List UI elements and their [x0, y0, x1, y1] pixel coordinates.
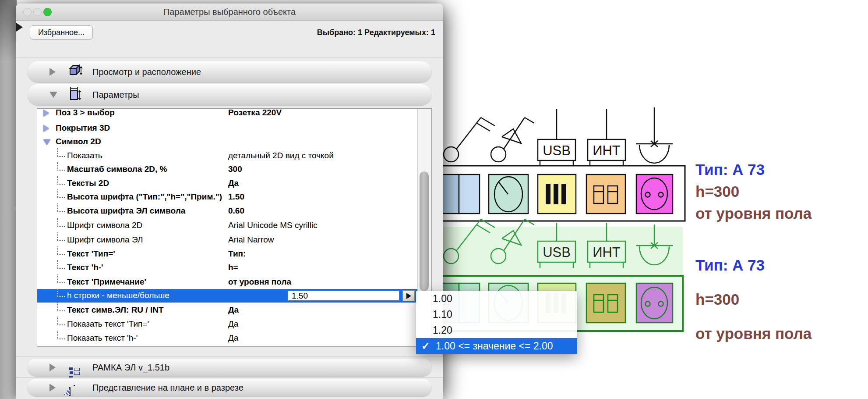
value-input[interactable] [287, 290, 400, 301]
param-value: детальный 2D вид с точкой [228, 151, 334, 160]
selection-status: Выбрано: 1 Редактируемых: 1 [317, 28, 435, 37]
param-row[interactable]: Шрифт символа ЭЛ Arial Narrow [37, 233, 417, 246]
annotation-height: h=300 [695, 181, 812, 203]
lamp-symbol [636, 107, 673, 163]
tree-connector [57, 176, 65, 185]
divider [16, 356, 443, 356]
tree-connector [57, 288, 65, 297]
popup-option[interactable]: 1.20 [416, 322, 577, 338]
param-row[interactable]: Текст 'Тип=' Тип: [37, 247, 417, 260]
annotation-note: от уровня пола [695, 203, 812, 224]
int-label: ИНТ [593, 143, 621, 158]
param-label: Показать текст 'Тип=' [67, 319, 149, 329]
int-label-green: ИНТ [593, 245, 621, 260]
annotation-type: Тип: А 73 [695, 159, 812, 181]
param-label: Высота шрифта ("Тип:","h=","Прим.") [67, 192, 222, 202]
usb-label-green: USB [543, 245, 571, 260]
section-header-view[interactable]: Просмотр и расположение [28, 61, 431, 82]
param-label: Масштаб символа 2D, % [67, 164, 167, 174]
value-options-popup: 1.00 1.10 1.20 ✓ 1.00 <= значение <= 2.0… [416, 291, 577, 354]
tree-connector [57, 274, 65, 283]
param-row[interactable]: Шрифт символа 2D Arial Unicode MS cyrill… [37, 219, 417, 232]
option-label: 1.00 [433, 293, 452, 305]
title-bar[interactable]: Параметры выбранного объекта [16, 4, 443, 21]
divider [16, 57, 443, 57]
annotation-note: от уровня пола [695, 317, 812, 351]
section-label: Представление на плане и в разрезе [92, 383, 243, 393]
section-header-parameters[interactable]: Параметры [28, 84, 431, 105]
plan-document-icon [69, 387, 71, 396]
tree-connector [57, 189, 65, 198]
section-label: РАМКА ЭЛ v_1.51b [92, 363, 169, 373]
tree-connector [57, 148, 65, 157]
param-row[interactable]: Текст 'Примечание' от уровня пола [37, 275, 417, 289]
param-row[interactable]: Тексты 2D Да [37, 177, 417, 190]
popup-option[interactable]: 1.00 [416, 291, 577, 306]
screenshot-root: USB ИНТ [0, 0, 868, 399]
chevron-right-icon [49, 363, 56, 371]
resize-handle-dot[interactable] [11, 207, 16, 210]
switch-symbol-1 [444, 118, 495, 162]
param-label: Текст симв.ЭЛ: RU / INT [67, 305, 164, 315]
tree-connector [57, 331, 65, 339]
annotation-height: h=300 [695, 282, 812, 317]
desktop-shade [0, 0, 17, 399]
param-label: h строки - меньше/больше [67, 291, 169, 300]
param-row[interactable]: Покрытия 3D [37, 121, 417, 135]
chevron-right-icon[interactable] [43, 110, 49, 117]
section-header-plan[interactable]: Представление на плане и в разрезе [28, 379, 431, 396]
param-value: Arial Narrow [228, 235, 274, 245]
favorites-button[interactable]: Избранное... [30, 25, 93, 39]
option-label: 1.20 [433, 324, 452, 336]
param-row[interactable]: Показать текст 'h-' Да [37, 331, 417, 345]
check-icon: ✓ [421, 340, 430, 352]
param-row[interactable]: Масштаб символа 2D, % 300 [37, 163, 417, 176]
param-value: Да [228, 178, 239, 188]
param-value: 0.60 [228, 206, 244, 216]
param-value: 1.50 [228, 192, 244, 202]
param-value: 300 [228, 164, 242, 174]
param-row[interactable]: Показать детальный 2D вид с точкой [37, 149, 417, 162]
scrollbar-thumb[interactable] [420, 171, 429, 291]
annotation-top: Тип: А 73 h=300 от уровня пола [695, 159, 812, 224]
param-row[interactable]: Текст симв.ЭЛ: RU / INT Да [37, 303, 417, 317]
panel-flip-arrow[interactable] [16, 23, 23, 32]
param-row[interactable]: Высота шрифта ("Тип:","h=","Прим.") 1.50 [37, 190, 417, 203]
param-value: Да [228, 305, 239, 315]
chevron-down-icon[interactable] [43, 139, 50, 145]
param-value: h= [228, 263, 238, 272]
tree-connector [57, 162, 65, 171]
popup-option[interactable]: 1.10 [416, 306, 577, 322]
param-row[interactable]: Текст 'h-' h= [37, 261, 417, 274]
param-label: Высота шрифта ЭЛ символа [67, 206, 185, 216]
usb-label: USB [543, 143, 571, 158]
option-label: 1.00 <= значение <= 2.00 [436, 340, 553, 352]
tree-connector [57, 260, 65, 269]
param-row[interactable]: Показать текст 'Тип=' Да [37, 317, 417, 331]
param-label: Показать текст 'h-' [67, 333, 138, 343]
divider [16, 397, 443, 397]
tree-connector [57, 246, 65, 255]
param-value: Да [228, 333, 238, 343]
tree-connector [57, 203, 65, 212]
section-label: Просмотр и расположение [92, 67, 201, 77]
param-row[interactable]: Высота шрифта ЭЛ символа 0.60 [37, 204, 417, 217]
object-settings-dialog: Параметры выбранного объекта Избранное..… [16, 4, 443, 399]
tree-connector [57, 303, 65, 311]
tree-connector [57, 232, 65, 241]
divider [16, 377, 443, 378]
measured-rect-icon [69, 87, 84, 103]
section-header-frame[interactable]: РАМКА ЭЛ v_1.51b [28, 359, 431, 376]
options-popup-button[interactable] [402, 290, 415, 301]
tree-connector [57, 317, 65, 325]
param-value: Тип: [228, 249, 246, 259]
param-label: Тексты 2D [67, 178, 109, 188]
chevron-right-icon[interactable] [43, 125, 49, 132]
param-label: Показать [67, 151, 102, 160]
popup-option-checked[interactable]: ✓ 1.00 <= значение <= 2.00 [416, 338, 577, 354]
param-row[interactable]: Символ 2D [37, 135, 417, 148]
annotation-bottom: Тип: А 73 h=300 от уровня пола [695, 248, 812, 351]
param-row[interactable]: Поз 3 > выбор Розетка 220V [37, 108, 417, 119]
param-label: Шрифт символа 2D [67, 221, 142, 230]
param-row-selected[interactable]: h строки - меньше/больше [37, 289, 417, 303]
